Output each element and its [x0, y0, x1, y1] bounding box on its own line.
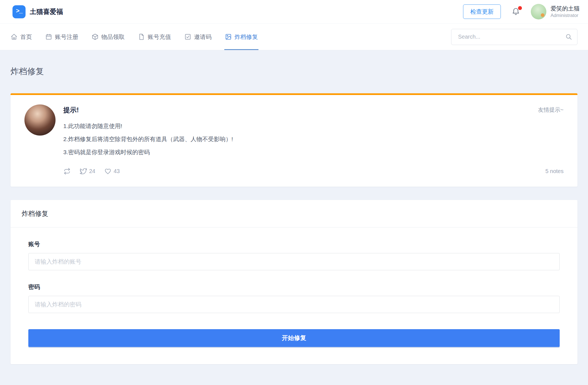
retweet-button[interactable]: 24	[80, 168, 95, 175]
tab-label: 账号注册	[55, 33, 78, 41]
notice-text: 1.此功能请勿随意使用! 2.炸档修复后将清空除背包外的所有道具（武器、人物不受…	[63, 119, 568, 159]
tab-label: 邀请码	[194, 33, 212, 41]
retweet-count: 24	[89, 168, 95, 174]
tab-label: 首页	[20, 33, 32, 41]
app-header: >_ 土猫喜爱福 检查更新 爱笑的土猫 Administrator	[0, 0, 588, 24]
account-input[interactable]	[28, 253, 560, 270]
tab-item-claim[interactable]: 物品领取	[92, 24, 125, 50]
password-label: 密码	[28, 283, 560, 291]
notification-dot	[518, 6, 522, 10]
password-field-group: 密码	[28, 283, 560, 313]
search-icon[interactable]	[565, 33, 572, 40]
header-actions: 检查更新 爱笑的土猫 Administrator	[463, 4, 580, 19]
brand-name: 土猫喜爱福	[30, 7, 63, 16]
reblog-icon	[63, 168, 71, 175]
home-icon	[11, 33, 17, 40]
notice-line: 2.炸档修复后将清空除背包外的所有道具（武器、人物不受影响）!	[63, 132, 568, 146]
social-actions: 24 43	[63, 168, 120, 175]
heart-icon	[104, 168, 112, 175]
notice-card: 提示! 友情提示~ 1.此功能请勿随意使用! 2.炸档修复后将清空除背包外的所有…	[11, 93, 577, 187]
user-name: 爱笑的土猫	[551, 5, 580, 12]
password-input[interactable]	[28, 296, 560, 313]
tab-label: 账号充值	[148, 33, 171, 41]
calendar-icon	[45, 33, 52, 40]
user-role: Administrator	[551, 12, 580, 18]
file-icon	[138, 33, 145, 40]
page-content: 炸档修复 提示! 友情提示~ 1.此功能请勿随意使用! 2.炸档修复后将清空除背…	[0, 50, 588, 385]
image-icon	[225, 33, 232, 40]
tab-invite-code[interactable]: 邀请码	[184, 24, 212, 50]
main-nav: 首页 账号注册 物品领取 账号充值 邀请码	[0, 24, 588, 50]
notice-line: 3.密码就是你登录游戏时候的密码	[63, 146, 568, 159]
user-menu[interactable]: 爱笑的土猫 Administrator	[531, 4, 580, 19]
tab-label: 炸档修复	[235, 33, 258, 41]
page-title: 炸档修复	[11, 50, 577, 77]
notice-line: 1.此功能请勿随意使用!	[63, 119, 568, 132]
form-title: 炸档修复	[11, 200, 577, 228]
account-label: 账号	[28, 240, 560, 248]
account-field-group: 账号	[28, 240, 560, 270]
reblog-button[interactable]	[63, 168, 71, 175]
tab-account-register[interactable]: 账号注册	[45, 24, 78, 50]
tab-account-recharge[interactable]: 账号充值	[138, 24, 171, 50]
start-repair-button[interactable]: 开始修复	[28, 329, 560, 347]
cube-icon	[92, 33, 99, 40]
notes-count: 5 notes	[545, 168, 568, 174]
notice-author-avatar	[24, 104, 56, 136]
notice-title: 提示!	[63, 104, 79, 114]
nav-tabs: 首页 账号注册 物品领取 账号充值 邀请码	[11, 24, 258, 50]
repair-form-card: 炸档修复 账号 密码 开始修复	[11, 200, 577, 364]
search-input[interactable]	[458, 33, 565, 40]
tab-label: 物品领取	[101, 33, 125, 41]
search-box[interactable]	[451, 29, 577, 45]
user-avatar	[531, 4, 546, 19]
notice-tag: 友情提示~	[538, 104, 568, 114]
twitter-bird-icon	[80, 168, 87, 175]
tab-file-repair[interactable]: 炸档修复	[225, 24, 258, 50]
tab-home[interactable]: 首页	[11, 24, 32, 50]
check-update-button[interactable]: 检查更新	[463, 4, 501, 19]
checkbox-icon	[184, 33, 191, 40]
like-button[interactable]: 43	[104, 168, 120, 175]
terminal-logo-icon: >_	[12, 5, 26, 18]
notification-bell[interactable]	[511, 7, 520, 16]
brand[interactable]: >_ 土猫喜爱福	[12, 5, 63, 18]
like-count: 43	[114, 168, 120, 174]
